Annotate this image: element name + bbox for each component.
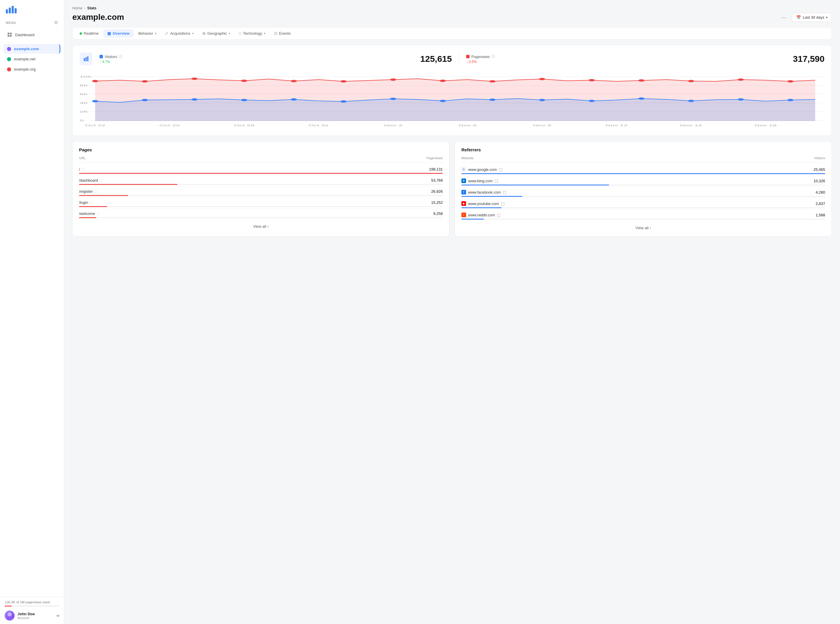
pages-value-0: 199,131 [429,167,443,171]
pages-value-1: 53,769 [431,178,443,182]
svg-text:Nov 12: Nov 12 [605,124,628,127]
pages-bar-track-2 [79,195,443,196]
referrers-col-visitors: Visitors [814,156,825,160]
pages-table-header: URL Pageviews [79,156,443,162]
usage-bar-fill [5,605,12,607]
main-content: Home › Stats example.com ··· 📅 Last 30 d… [64,0,840,624]
header-actions: ··· 📅 Last 30 days ▾ [779,13,832,22]
sidebar-item-example-org[interactable]: example.org [3,65,60,74]
pages-value-2: 26,926 [431,189,443,194]
svg-rect-3 [10,35,12,37]
more-options-button[interactable]: ··· [779,13,789,22]
date-range-label: Last 30 days [803,15,824,20]
logout-icon[interactable]: ⇥ [56,613,59,618]
svg-point-47 [639,97,645,100]
pages-url-0[interactable]: / [79,167,80,171]
tab-technology-label: Technology [243,31,262,36]
svg-point-39 [241,99,247,101]
tab-realtime[interactable]: Realtime [76,29,103,38]
tab-behavior[interactable]: Behavior ▾ [134,29,161,38]
sidebar-item-example-net[interactable]: example.net [3,54,60,64]
pages-url-2[interactable]: /register [79,189,93,194]
pages-card: Pages URL Pageviews / ⬚ 199,131 [72,141,449,236]
referrer-site-0[interactable]: www.google.com [468,167,497,172]
referrers-view-all-button[interactable]: View all › [636,226,651,230]
settings-icon[interactable]: ⚙ [54,20,58,25]
site-list: example.com example.net example.org [0,42,64,596]
svg-point-35 [787,80,794,82]
tab-events[interactable]: ⊡ Events [270,29,295,38]
reddit-logo: r [461,213,466,217]
tab-acquisitions[interactable]: ⤢ Acquisitions ▾ [161,29,198,38]
chart-header: Visitors ⓘ ↑ 4.7% 125,615 Pagevi [80,52,825,66]
chevron-down-icon: ▾ [826,16,828,19]
date-range-button[interactable]: 📅 Last 30 days ▾ [792,13,832,22]
referrer-site-3[interactable]: www.youtube.com [468,201,499,206]
svg-rect-7 [85,57,87,61]
pages-view-all-button[interactable]: View all › [253,224,269,229]
pages-url-3[interactable]: /login [79,200,88,205]
referrer-name-4: r www.reddit.com ⬚ [461,213,501,217]
pages-row-1: /dashboard ⬚ 53,769 [79,175,443,186]
referrer-ext-icon-0: ⬚ [499,167,502,172]
svg-point-33 [688,80,694,82]
overview-icon: ▦ [107,31,111,36]
visitors-value: 125,615 [415,54,452,64]
sidebar-item-example-com[interactable]: example.com [3,44,60,54]
svg-point-32 [639,79,645,82]
bottom-grid: Pages URL Pageviews / ⬚ 199,131 [72,141,832,236]
visitors-color-dot [99,55,103,58]
user-row: John Doe Account ⇥ [5,610,59,621]
pages-table: URL Pageviews / ⬚ 199,131 [79,156,443,219]
pages-col-pageviews: Pageviews [426,156,443,160]
pages-bar-fill-3 [79,206,107,207]
svg-text:4K: 4K [80,102,88,104]
referrer-site-2[interactable]: www.facebook.com [468,190,501,195]
breadcrumb-home[interactable]: Home [72,6,82,10]
svg-text:Oct 31: Oct 31 [308,124,329,127]
svg-point-36 [92,100,98,102]
tab-realtime-label: Realtime [84,31,99,36]
user-name: John Doe [17,612,53,616]
referrers-row-0: G www.google.com ⬚ 25,465 [461,164,825,176]
pages-url-4[interactable]: /welcome [79,212,95,216]
visitors-label-row: Visitors ⓘ [99,54,122,59]
referrer-bar-track-4 [461,219,825,219]
tab-geographic[interactable]: ⊞ Geographic ▾ [198,29,234,38]
svg-text:10K: 10K [80,75,92,78]
pages-bar-fill-4 [79,217,96,218]
sidebar-footer: 126.3K of 1M pageviews used. John Doe Ac… [0,596,64,624]
referrer-site-4[interactable]: www.reddit.com [468,213,495,217]
site-label-example-org: example.org [14,67,36,71]
visitors-info-icon: ⓘ [119,54,122,59]
referrer-value-2: 4,280 [815,190,825,195]
referrer-site-1[interactable]: www.bing.com [468,179,493,183]
logo-bar-3 [12,6,14,14]
tab-technology[interactable]: □ Technology ▾ [235,29,269,38]
referrer-name-2: f www.facebook.com ⬚ [461,190,506,195]
tab-overview[interactable]: ▦ Overview [103,29,134,38]
chart-area: 0 2K 4K 6K 8K 10K [80,71,825,130]
breadcrumb: Home › Stats [72,6,832,10]
visitors-label: Visitors [105,54,117,59]
referrers-col-website: Website [461,156,473,160]
visitors-metric: Visitors ⓘ ↑ 4.7% [99,54,122,64]
svg-text:Nov 15: Nov 15 [680,124,702,127]
dashboard-label: Dashboard [15,32,34,37]
svg-point-24 [241,80,247,82]
svg-point-43 [439,100,446,102]
referrers-table-header: Website Visitors [461,156,825,162]
svg-point-38 [191,98,198,100]
pages-bar-track-0 [79,173,443,174]
pageviews-label: Pageviews [471,54,490,59]
arrow-right-icon: › [268,224,269,229]
visitors-change: ↑ 4.7% [99,60,122,64]
referrers-view-all-label: View all [636,226,649,230]
pages-url-1[interactable]: /dashboard [79,178,98,182]
svg-point-46 [589,100,595,102]
svg-point-27 [390,79,396,81]
pages-bar-fill-0 [79,173,443,174]
referrer-value-3: 2,837 [815,201,825,206]
svg-text:2K: 2K [80,110,88,113]
sidebar-item-dashboard[interactable]: Dashboard [3,29,60,40]
